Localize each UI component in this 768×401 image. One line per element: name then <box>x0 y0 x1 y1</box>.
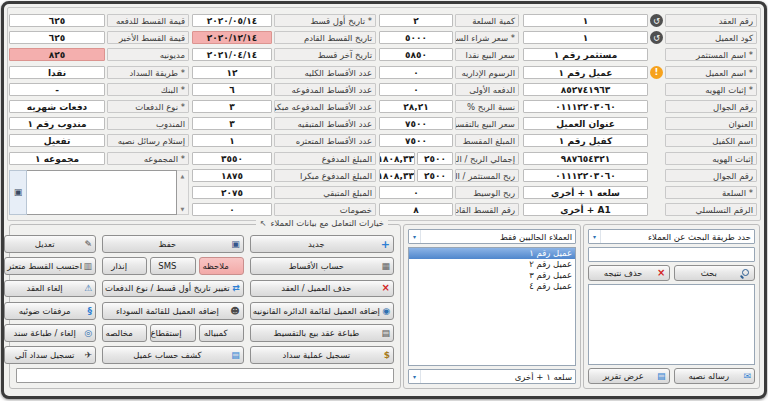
mail-icon: ✉ <box>743 372 751 381</box>
text-message-button[interactable]: ✉ رساله نصيه <box>674 368 756 384</box>
field-value[interactable]: ٢٠٢٠/١٢/١٤ <box>192 31 272 44</box>
field-label: الرقم التسلسلي <box>665 203 757 216</box>
action-button[interactable]: ▣ حفظ <box>102 235 244 253</box>
field-value[interactable]: عميل رقم ١ <box>523 66 648 79</box>
field-value[interactable]: ٧٥٠٠ <box>379 117 453 130</box>
action-button[interactable]: ☻ إضافه العميل للقائمة السوداء <box>102 302 244 320</box>
action-button[interactable]: ◉ إضافه العميل لقائمة الدائره القانونيه <box>250 302 394 320</box>
action-button[interactable]: $ تسجيل عملية سداد <box>250 346 394 364</box>
action-button[interactable]: ▤ طباعة عقد بيع بالتقسيط <box>250 324 394 342</box>
action-button[interactable]: ⚠ إلغاء العقد <box>4 280 96 298</box>
clear-result-button[interactable]: × حذف نتيجه <box>588 265 670 281</box>
field-value[interactable]: ٠١١١٢٢٠٣٠٦٠ <box>523 100 648 113</box>
field-value[interactable]: ٢٨,٢١ <box>379 100 453 113</box>
client-list-item[interactable]: عميل رقم ٢ <box>409 259 575 270</box>
field-value[interactable]: ٢٠٢٠/٠٥/١٤ <box>192 14 272 27</box>
field-value[interactable]: كفيل رقم ١ <box>523 134 648 147</box>
chevron-down-icon[interactable]: ▾ <box>589 230 601 243</box>
client-list-item[interactable]: عميل رقم ١ <box>409 248 575 259</box>
action-button[interactable]: ▥ احتسب القسط متعثر <box>4 257 96 275</box>
action-button[interactable]: SMS <box>150 257 195 275</box>
action-button[interactable]: § مرفقات ضوئيه <box>4 302 96 320</box>
field-value[interactable]: ١ <box>523 31 648 44</box>
field-value[interactable]: ٢ <box>379 14 453 27</box>
money-icon: $ <box>384 351 390 360</box>
field-label: عدد الأقساط الكليه <box>274 66 376 79</box>
field-value[interactable]: مندوب رقم ١ <box>9 117 105 130</box>
actions-footer-input[interactable] <box>16 368 394 383</box>
field-value[interactable]: - <box>9 83 105 96</box>
action-button[interactable]: إنذار <box>102 257 147 275</box>
notes-textarea[interactable] <box>27 170 177 215</box>
field-value[interactable]: مستثمر رقم ١ <box>523 48 648 61</box>
field-value[interactable]: ٠١١١٢٢٠٣٠٦٠ <box>523 169 648 182</box>
scroll-up-icon[interactable]: ▲ <box>181 173 185 179</box>
field-value[interactable]: ٢٠٢١/٠٤/١٤ <box>192 48 272 61</box>
show-report-button[interactable]: ▤ عرض تقرير <box>588 368 670 384</box>
action-button[interactable]: كمبياله <box>199 324 244 342</box>
field-value[interactable]: ٠ <box>379 83 453 96</box>
field-value[interactable]: ٠ <box>192 203 272 216</box>
action-button[interactable]: ▤ كشف حساب عميل <box>102 346 244 364</box>
field-value[interactable]: A1 + أخرى <box>523 203 648 216</box>
field-value[interactable]: نقدا <box>9 66 105 79</box>
field-value[interactable]: ٠ <box>379 66 453 79</box>
chevron-down-icon[interactable]: ▾ <box>409 370 421 383</box>
field-value[interactable]: ٢٥٠٠ <box>417 152 453 165</box>
action-button[interactable]: مخالصه <box>102 324 147 342</box>
action-button[interactable]: + جديد <box>250 235 394 253</box>
client-list-item[interactable]: عميل رقم ٣ <box>409 270 575 281</box>
field-value[interactable]: تفعيل <box>9 134 105 147</box>
field-value[interactable]: ٥٠٠٠ <box>379 31 453 44</box>
clients-filter-combo[interactable]: العملاء الحاليين فقط ▾ <box>408 229 576 244</box>
action-button[interactable]: ▦ حساب الأقساط <box>250 257 394 275</box>
field-value[interactable]: مجموعه ١ <box>9 152 105 165</box>
field-value[interactable]: ٦٢٥ <box>9 14 105 27</box>
search-button[interactable]: بحث <box>674 265 756 281</box>
action-button[interactable]: إستقطاع <box>150 324 195 342</box>
action-button[interactable]: ✈ تسجيل سداد آلي <box>4 346 96 364</box>
field-value[interactable]: ٢٥٠٠ <box>417 169 453 182</box>
notes-save-strip[interactable]: ▣ <box>9 170 27 215</box>
action-button[interactable]: ✎ تعديل <box>4 235 96 253</box>
action-button[interactable]: ملاحظه <box>199 257 244 275</box>
field-value[interactable]: ٧٥٠٠ <box>379 134 453 147</box>
field-value[interactable]: ٣ <box>192 117 272 130</box>
field-value[interactable]: ٩٨٧٦٥٤٣٢١ <box>523 152 648 165</box>
notes-scrollbar[interactable]: ▲ ▼ <box>177 170 189 215</box>
field-value[interactable]: عنوان العميل <box>523 117 648 130</box>
field-value[interactable]: ٦ <box>192 83 272 96</box>
field-row: إثبات الهويه ٩٨٧٦٥٤٣٢١ <box>523 152 757 165</box>
field-value[interactable]: ٦٢٥ <box>9 31 105 44</box>
field-value[interactable]: ٠ <box>379 186 453 199</box>
scroll-down-icon[interactable]: ▼ <box>181 206 185 212</box>
search-method-combo[interactable]: حدد طريقة البحث عن العملاء ▾ <box>588 229 755 244</box>
field-value[interactable]: ٢٠٧٥ <box>192 186 272 199</box>
field-value[interactable]: سلعه ١ + أخرى <box>523 186 648 199</box>
field-value[interactable]: ١ <box>523 14 648 27</box>
field-value-secondary[interactable]: ١٨٠٨,٣٣ <box>379 152 415 165</box>
field-value-secondary[interactable]: ١٨٠٨,٣٣ <box>379 169 415 182</box>
field-label: كود العميل <box>665 31 757 44</box>
client-list-item[interactable]: عميل رقم ٤ <box>409 281 575 292</box>
field-value[interactable]: ٨٢٥ <box>9 48 105 61</box>
field-value[interactable]: ٥٨٥٠ <box>379 48 453 61</box>
action-button[interactable]: × حذف العميل / العقد <box>250 280 394 298</box>
field-label: ربح الوسيط <box>455 186 519 199</box>
chevron-down-icon[interactable]: ▾ <box>409 230 421 243</box>
field-value[interactable]: ١٨٧٥ <box>192 169 272 182</box>
field-value[interactable]: ١ <box>192 134 272 147</box>
search-input[interactable] <box>588 247 755 262</box>
action-button[interactable]: ◎ إلغاء / طباعة سند <box>4 324 96 342</box>
field-row: الدفعه الأولى ٠ <box>379 83 519 96</box>
field-value[interactable]: دفعات شهريه <box>9 100 105 113</box>
field-value[interactable]: ٨ <box>379 203 453 216</box>
field-value[interactable]: ٣٥٥٠ <box>192 152 272 165</box>
action-button[interactable]: ⇄ تغيير تاريخ أول قسط / نوع الدفعات <box>102 280 244 298</box>
product-filter-combo[interactable]: سلعه ١ + أخرى ▾ <box>408 369 576 384</box>
field-value[interactable]: ٨٥٢٧٤١٩٦٣ <box>523 83 648 96</box>
field-value[interactable]: ١٢ <box>192 66 272 79</box>
search-results-list[interactable] <box>588 284 755 365</box>
action-button-label: حفظ <box>159 239 177 249</box>
field-value[interactable]: ٣ <box>192 100 272 113</box>
